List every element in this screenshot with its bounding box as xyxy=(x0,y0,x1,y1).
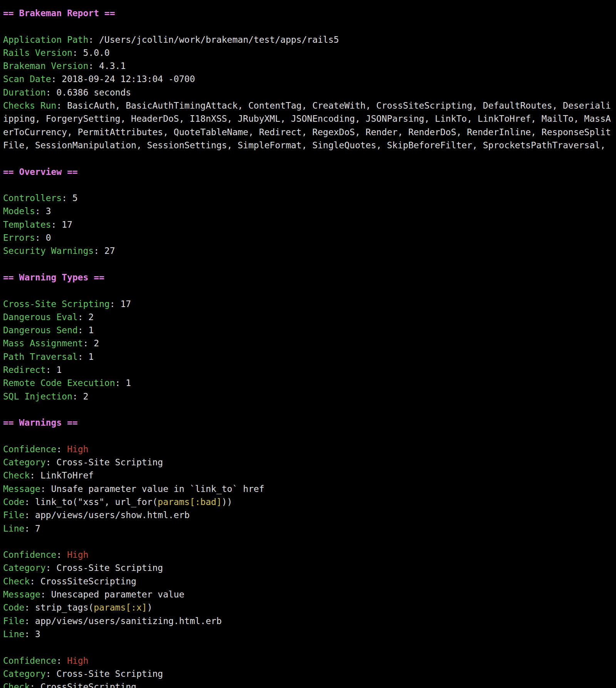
warning-types-header-seg-0: == Warning Types == xyxy=(3,272,104,282)
templates-line: Templates: 17 xyxy=(3,218,616,231)
warning-types-header: == Warning Types == xyxy=(3,271,616,284)
warning-1-code-line-seg-1: : link_to("xss", url_for( xyxy=(24,497,157,507)
type-remote-code-execution-line-seg-0: Remote Code Execution xyxy=(3,378,115,388)
errors-line: Errors: 0 xyxy=(3,231,616,244)
duration-line-seg-0: Duration xyxy=(3,87,46,97)
overview-header-seg-0: == Overview == xyxy=(3,167,78,177)
models-line: Models: 3 xyxy=(3,205,616,218)
blank-line xyxy=(3,535,616,548)
rails-version-line: Rails Version: 5.0.0 xyxy=(3,46,616,59)
type-redirect-line-seg-0: Redirect xyxy=(3,365,46,375)
report-title-header: == Brakeman Report == xyxy=(3,7,616,20)
warning-3-category-line: Category: Cross-Site Scripting xyxy=(3,667,616,680)
warning-1-category-line-seg-0: Category xyxy=(3,457,46,467)
security-warnings-line: Security Warnings: 27 xyxy=(3,244,616,257)
controllers-line-seg-1: : 5 xyxy=(62,193,78,203)
warning-2-code-line-seg-2: params[:x] xyxy=(94,602,147,612)
warning-2-message-line-seg-1: : Unescaped parameter value xyxy=(40,589,184,599)
warning-1-confidence-line: Confidence: High xyxy=(3,443,616,456)
warning-3-confidence-line-seg-1: : xyxy=(56,656,67,666)
checks-run-line-seg-1: : BasicAuth, BasicAuthTimingAttack, Cont… xyxy=(56,101,611,111)
type-mass-assignment-line-seg-0: Mass Assignment xyxy=(3,338,83,348)
overview-header: == Overview == xyxy=(3,165,616,178)
type-cross-site-scripting-line: Cross-Site Scripting: 17 xyxy=(3,297,616,310)
warning-3-category-line-seg-0: Category xyxy=(3,669,46,679)
warning-1-file-line-seg-1: : app/views/users/show.html.erb xyxy=(24,510,189,520)
blank-line xyxy=(3,258,616,271)
errors-line-seg-0: Errors xyxy=(3,233,35,243)
warning-1-confidence-line-seg-2: High xyxy=(67,444,88,454)
brakeman-version-line: Brakeman Version: 4.3.1 xyxy=(3,59,616,72)
warning-1-line-number-line: Line: 7 xyxy=(3,522,616,535)
warning-2-confidence-line-seg-1: : xyxy=(56,550,67,560)
warning-1-confidence-line-seg-1: : xyxy=(56,444,67,454)
type-remote-code-execution-line: Remote Code Execution: 1 xyxy=(3,376,616,389)
type-sql-injection-line: SQL Injection: 2 xyxy=(3,390,616,403)
type-path-traversal-line-seg-0: Path Traversal xyxy=(3,352,78,362)
type-redirect-line: Redirect: 1 xyxy=(3,363,616,376)
controllers-line: Controllers: 5 xyxy=(3,191,616,205)
warning-1-file-line-seg-0: File xyxy=(3,510,24,520)
warning-1-code-line: Code: link_to("xss", url_for(params[:bad… xyxy=(3,495,616,508)
warning-1-code-line-seg-3: )) xyxy=(222,497,233,507)
blank-line xyxy=(3,178,616,191)
warning-2-check-line-seg-0: Check xyxy=(3,576,30,586)
warning-1-category-line-seg-1: : Cross-Site Scripting xyxy=(46,457,163,467)
blank-line xyxy=(3,641,616,654)
type-mass-assignment-line-seg-1: : 2 xyxy=(83,338,99,348)
checks-run-continuation-2-seg-0: erToCurrency, PermitAttributes, QuoteTab… xyxy=(3,127,611,137)
warnings-header: == Warnings == xyxy=(3,416,616,429)
type-redirect-line-seg-1: : 1 xyxy=(46,365,62,375)
models-line-seg-0: Models xyxy=(3,206,35,216)
warning-1-category-line: Category: Cross-Site Scripting xyxy=(3,456,616,469)
checks-run-line: Checks Run: BasicAuth, BasicAuthTimingAt… xyxy=(3,99,616,112)
warning-3-check-line-seg-0: Check xyxy=(3,682,30,688)
duration-line-seg-1: : 0.6386 seconds xyxy=(46,87,131,97)
warning-1-message-line-seg-1: : Unsafe parameter value in `link_to` hr… xyxy=(40,484,264,494)
rails-version-line-seg-0: Rails Version xyxy=(3,48,72,58)
blank-line xyxy=(3,20,616,33)
warning-2-code-line: Code: strip_tags(params[:x]) xyxy=(3,601,616,614)
warning-2-category-line-seg-0: Category xyxy=(3,563,46,573)
type-path-traversal-line: Path Traversal: 1 xyxy=(3,350,616,363)
brakeman-version-line-seg-1: : 4.3.1 xyxy=(89,61,126,71)
warning-3-confidence-line: Confidence: High xyxy=(3,654,616,667)
duration-line: Duration: 0.6386 seconds xyxy=(3,86,616,99)
type-dangerous-send-line: Dangerous Send: 1 xyxy=(3,324,616,337)
application-path-line: Application Path: /Users/jcollin/work/br… xyxy=(3,33,616,46)
type-dangerous-send-line-seg-1: : 1 xyxy=(78,325,94,335)
type-dangerous-eval-line-seg-1: : 2 xyxy=(78,312,94,322)
warning-2-confidence-line: Confidence: High xyxy=(3,548,616,561)
warning-2-category-line-seg-1: : Cross-Site Scripting xyxy=(46,563,163,573)
blank-line xyxy=(3,152,616,165)
warning-3-confidence-line-seg-2: High xyxy=(67,656,88,666)
warning-1-message-line: Message: Unsafe parameter value in `link… xyxy=(3,482,616,495)
warning-1-confidence-line-seg-0: Confidence xyxy=(3,444,56,454)
type-cross-site-scripting-line-seg-0: Cross-Site Scripting xyxy=(3,299,110,309)
blank-line xyxy=(3,403,616,416)
warning-2-confidence-line-seg-2: High xyxy=(67,550,88,560)
warning-2-file-line-seg-0: File xyxy=(3,616,24,626)
brakeman-version-line-seg-0: Brakeman Version xyxy=(3,61,89,71)
warning-1-file-line: File: app/views/users/show.html.erb xyxy=(3,508,616,522)
report-title-header-seg-0: == Brakeman Report == xyxy=(3,8,115,18)
warning-2-line-number-line: Line: 3 xyxy=(3,628,616,641)
security-warnings-line-seg-1: : 27 xyxy=(94,246,115,256)
warning-1-code-line-seg-2: params[:bad] xyxy=(158,497,222,507)
warning-2-code-line-seg-0: Code xyxy=(3,602,24,612)
templates-line-seg-1: : 17 xyxy=(51,220,72,230)
checks-run-line-seg-0: Checks Run xyxy=(3,101,56,111)
warning-2-message-line: Message: Unescaped parameter value xyxy=(3,588,616,601)
models-line-seg-1: : 3 xyxy=(35,206,51,216)
type-dangerous-eval-line-seg-0: Dangerous Eval xyxy=(3,312,78,322)
type-cross-site-scripting-line-seg-1: : 17 xyxy=(110,299,131,309)
warning-3-check-line-seg-1: : CrossSiteScripting xyxy=(30,682,136,688)
type-sql-injection-line-seg-1: : 2 xyxy=(72,391,89,401)
warning-2-message-line-seg-0: Message xyxy=(3,589,40,599)
security-warnings-line-seg-0: Security Warnings xyxy=(3,246,94,256)
scan-date-line: Scan Date: 2018-09-24 12:13:04 -0700 xyxy=(3,72,616,86)
warning-2-code-line-seg-1: : strip_tags( xyxy=(24,602,94,612)
checks-run-continuation-1-seg-0: ipping, ForgerySetting, HeaderDoS, I18nX… xyxy=(3,114,611,124)
warning-1-line-number-line-seg-0: Line xyxy=(3,524,24,534)
scan-date-line-seg-1: : 2018-09-24 12:13:04 -0700 xyxy=(51,74,195,84)
